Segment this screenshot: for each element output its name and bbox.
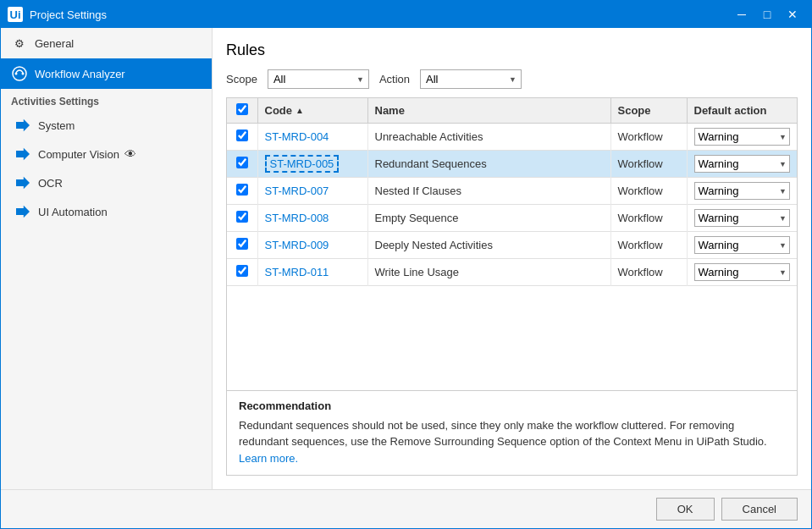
window-controls: ─ □ ✕ [730,3,804,26]
th-code[interactable]: Code ▲ [257,98,367,124]
row-action-cell: Warning Error Info [687,151,797,178]
uia-arrow-icon [14,203,31,220]
row-scope-cell: Workflow [610,124,687,151]
row-name-cell: Deeply Nested Activities [367,232,610,259]
table-row[interactable]: ST-MRD-004 Unreachable Activities Workfl… [227,124,797,151]
code-link[interactable]: ST-MRD-007 [265,185,329,197]
scope-select[interactable]: All Workflow Activity [268,69,369,89]
row-action-cell: Warning Error Info [687,178,797,205]
row-scope-cell: Workflow [610,151,687,178]
sidebar-item-cv-label: Computer Vision [38,148,119,161]
sidebar-item-system[interactable]: System [1,111,212,140]
row-checkbox[interactable] [236,157,248,168]
action-label: Action [379,73,410,85]
svg-point-0 [13,67,26,80]
row-code-cell: ST-MRD-008 [257,205,367,232]
select-all-checkbox[interactable] [236,103,248,115]
row-action-select[interactable]: Warning Error Info [694,155,791,173]
row-scope-cell: Workflow [610,259,687,286]
row-scope: Workflow [618,185,663,197]
app-icon: Ui [8,7,23,22]
row-code-cell: ST-MRD-005 [257,151,367,178]
row-code-cell: ST-MRD-004 [257,124,367,151]
code-link[interactable]: ST-MRD-011 [265,266,329,278]
workflow-icon [11,65,28,82]
row-code-cell: ST-MRD-007 [257,178,367,205]
sidebar-item-general-label: General [35,37,74,50]
row-checkbox[interactable] [236,265,248,277]
row-name: Deeply Nested Activities [375,239,493,251]
table-row[interactable]: ST-MRD-007 Nested If Clauses Workflow Wa… [227,178,797,205]
sidebar-item-ocr[interactable]: OCR [1,168,212,197]
row-name-cell: Nested If Clauses [367,178,610,205]
maximize-button[interactable]: □ [755,3,779,26]
sidebar-item-general[interactable]: ⚙ General [1,28,212,58]
code-link[interactable]: ST-MRD-004 [265,130,329,143]
row-action-cell: Warning Error Info [687,205,797,232]
project-settings-window: Ui Project Settings ─ □ ✕ ⚙ General [0,0,812,529]
row-name: Unreachable Activities [375,130,483,143]
row-action-select[interactable]: Warning Error Info [694,263,791,281]
th-default-action: Default action [687,98,797,124]
action-select-wrapper: Warning Error Info [694,209,791,227]
learn-more-link[interactable]: Learn more. [239,452,298,465]
row-checkbox-cell [227,205,257,232]
row-checkbox-cell [227,124,257,151]
page-title: Rules [226,41,798,59]
row-action-select[interactable]: Warning Error Info [694,182,791,200]
row-scope: Workflow [618,130,663,143]
row-action-select[interactable]: Warning Error Info [694,128,791,146]
table-scroll-area[interactable]: Code ▲ Name Scope [227,98,797,390]
row-checkbox[interactable] [236,184,248,196]
row-scope-cell: Workflow [610,178,687,205]
close-button[interactable]: ✕ [781,3,804,26]
system-arrow-icon [14,117,31,134]
action-select-wrapper: All Warning Error Info [420,69,522,89]
row-action-cell: Warning Error Info [687,232,797,259]
row-name: Nested If Clauses [375,185,462,197]
code-link[interactable]: ST-MRD-005 [270,157,334,170]
row-checkbox[interactable] [236,129,248,141]
code-link[interactable]: ST-MRD-009 [265,239,329,251]
sidebar-item-workflow-analyzer[interactable]: Workflow Analyzer [1,58,212,89]
content-area: ⚙ General Workflow Analyzer Activities S… [1,28,811,489]
action-select[interactable]: All Warning Error Info [420,69,522,89]
sidebar-item-computer-vision[interactable]: Computer Vision 👁 [1,140,212,168]
row-name-cell: Empty Sequence [367,205,610,232]
row-name: Write Line Usage [375,266,459,278]
sidebar-item-ui-automation[interactable]: UI Automation [1,197,212,226]
table-row[interactable]: ST-MRD-009 Deeply Nested Activities Work… [227,232,797,259]
table-row[interactable]: ST-MRD-005 Redundant Sequences Workflow … [227,151,797,178]
sidebar-item-uia-label: UI Automation [38,206,108,218]
sidebar: ⚙ General Workflow Analyzer Activities S… [1,28,213,489]
row-name-cell: Unreachable Activities [367,124,610,151]
footer: OK Cancel [1,489,811,528]
minimize-button[interactable]: ─ [730,3,754,26]
code-link[interactable]: ST-MRD-008 [265,212,329,224]
code-sort-icon: ▲ [296,106,304,115]
table-row[interactable]: ST-MRD-011 Write Line Usage Workflow War… [227,259,797,286]
action-select-wrapper: Warning Error Info [694,263,791,281]
row-checkbox[interactable] [236,238,248,250]
svg-point-1 [15,73,18,75]
title-bar: Ui Project Settings ─ □ ✕ [1,1,811,28]
filters-row: Scope All Workflow Activity Action All W… [226,69,798,89]
cancel-button[interactable]: Cancel [721,498,798,521]
row-action-select[interactable]: Warning Error Info [694,209,791,227]
row-scope: Workflow [618,239,663,251]
th-name: Name [367,98,610,124]
row-scope-cell: Workflow [610,205,687,232]
row-scope-cell: Workflow [610,232,687,259]
row-name: Empty Sequence [375,212,459,224]
gear-icon: ⚙ [11,35,28,52]
table-row[interactable]: ST-MRD-008 Empty Sequence Workflow Warni… [227,205,797,232]
action-select-wrapper: Warning Error Info [694,236,791,254]
row-checkbox-cell [227,178,257,205]
row-action-cell: Warning Error Info [687,124,797,151]
row-checkbox[interactable] [236,211,248,223]
action-select-wrapper: Warning Error Info [694,128,791,146]
eye-icon: 👁 [124,147,136,161]
row-action-select[interactable]: Warning Error Info [694,236,791,254]
scope-select-wrapper: All Workflow Activity [268,69,369,89]
ok-button[interactable]: OK [656,498,715,521]
